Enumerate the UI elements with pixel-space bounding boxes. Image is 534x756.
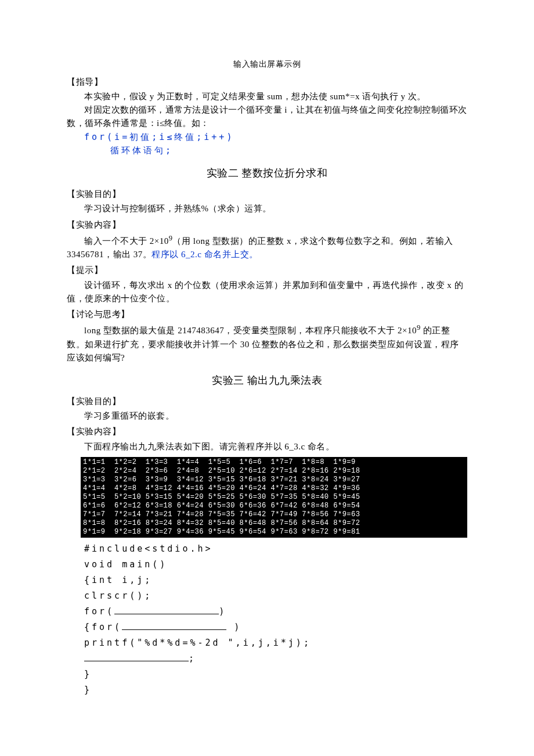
exp2-content-text-a: 输入一个不大于 2×10 [84, 236, 169, 246]
guide-code-line-2: 循环体语句; [110, 144, 467, 157]
blank-fill-3[interactable] [84, 652, 189, 661]
code-outer-for-prefix: for( [84, 606, 114, 617]
exp3-goal-heading: 【实验目的】 [67, 395, 467, 408]
exp2-content-filename: 程序以 6_2.c 命名并上交。 [151, 250, 258, 259]
exp2-discuss-heading: 【讨论与思考】 [67, 308, 467, 321]
code-line-clrscr: clrscr(); [84, 588, 467, 604]
code-line-blank-stmt: ; [84, 651, 467, 667]
exp2-title: 实验二 整数按位折分求和 [67, 165, 467, 182]
guide-heading: 【指导】 [67, 75, 467, 89]
code-line-outer-for: for() [84, 604, 467, 620]
exp2-goal-heading: 【实验目的】 [67, 188, 467, 201]
exp2-content-heading: 【实验内容】 [67, 218, 467, 232]
exp2-hint-heading: 【提示】 [67, 264, 467, 277]
code-line-close-inner: } [84, 667, 467, 682]
exp2-discuss-p: long 型数据的最大值是 2147483647，受变量类型限制，本程序只能接收… [67, 322, 467, 365]
superscript-9b: 9 [417, 323, 421, 332]
code-line-printf: printf("%d*%d=%-2d ",i,j,i*j); [84, 635, 467, 651]
multiplication-table-output: 1*1=1 1*2=2 1*3=3 1*4=4 1*5=5 1*6=6 1*7=… [81, 457, 467, 538]
exp2-hint-p: 设计循环，每次求出 x 的个位数（使用求余运算）并累加到和值变量中，再迭代操作，… [67, 279, 467, 306]
exp2-content-p: 输入一个不大于 2×109（用 long 型数据）的正整数 x，求这个数每位数字… [67, 233, 467, 262]
exp3-code-block: #include<stdio.h> void main() {int i,j; … [84, 541, 467, 698]
guide-code-line-1: for(i=初值;i≤终值;i++) [84, 131, 467, 144]
code-line-main: void main() [84, 557, 467, 573]
code-inner-for-suffix: ) [226, 622, 241, 632]
code-blank-suffix: ; [189, 653, 196, 664]
exp3-content-p: 下面程序输出九九乘法表如下图。请完善程序并以 6_3.c 命名。 [67, 440, 467, 453]
document-page: 输入输出屏幕示例 【指导】 本实验中，假设 y 为正数时，可定义结果变量 sum… [0, 0, 534, 733]
code-line-close-main: } [84, 682, 467, 698]
exp2-goal-p: 学习设计与控制循环，并熟练%（求余）运算。 [67, 202, 467, 215]
exp3-title: 实验三 输出九九乘法表 [67, 373, 467, 389]
blank-fill-1[interactable] [114, 605, 219, 614]
io-caption: 输入输出屏幕示例 [67, 58, 467, 71]
guide-p2: 对固定次数的循环，通常方法是设计一个循环变量 i，让其在初值与终值之间变化控制控… [67, 103, 467, 131]
blank-fill-2[interactable] [122, 621, 226, 630]
guide-p1: 本实验中，假设 y 为正数时，可定义结果变量 sum，想办法使 sum*=x 语… [67, 90, 467, 103]
exp2-discuss-text-a: long 型数据的最大值是 2147483647，受变量类型限制，本程序只能接收… [84, 326, 417, 335]
code-outer-for-suffix: ) [219, 606, 226, 617]
exp3-goal-p: 学习多重循环的嵌套。 [67, 409, 467, 423]
exp3-content-heading: 【实验内容】 [67, 425, 467, 438]
code-line-include: #include<stdio.h> [84, 541, 467, 557]
code-line-inner-for: {for( ) [84, 620, 467, 635]
code-line-decl: {int i,j; [84, 573, 467, 588]
code-inner-for-prefix: {for( [84, 622, 122, 632]
